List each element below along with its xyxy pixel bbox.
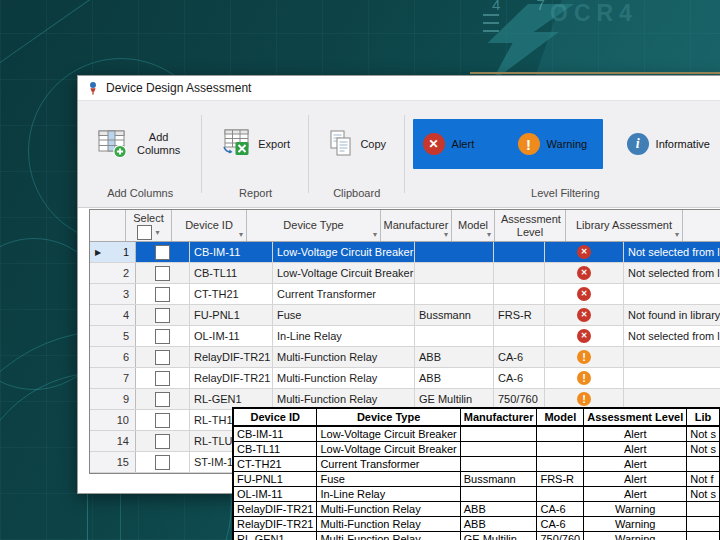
overlay-cell: Bussmann: [460, 472, 537, 487]
model-cell: CA-6: [494, 368, 545, 388]
device-type-cell: Multi-Function Relay: [273, 368, 415, 388]
chevron-down-icon[interactable]: ▾: [373, 230, 377, 239]
overlay-cell: CB-TL11: [233, 442, 317, 457]
ribbon: Add Columns Add Columns: [78, 100, 720, 208]
table-row[interactable]: 6RelayDIF-TR21Multi-Function RelayABBCA-…: [90, 347, 720, 368]
column-header-model[interactable]: Model ▾: [452, 210, 495, 241]
column-header-device-id[interactable]: Device ID ▾: [172, 210, 247, 241]
row-checkbox[interactable]: [155, 455, 170, 470]
select-all-checkbox[interactable]: [137, 225, 152, 240]
export-button[interactable]: Export: [221, 129, 290, 159]
export-label: Export: [258, 138, 290, 151]
select-cell: [136, 347, 190, 367]
row-number-cell: 15: [90, 452, 136, 472]
assessment-level-cell: !: [545, 389, 624, 409]
model-cell: [494, 284, 545, 304]
device-id-cell: CT-TH21: [190, 284, 273, 304]
column-header-select[interactable]: Select ▾: [126, 210, 172, 241]
table-row[interactable]: 2CB-TL11Low-Voltage Circuit Breaker✕Not …: [90, 263, 720, 284]
overlay-cell: ABB: [460, 502, 537, 517]
overlay-row: CB-IM-11Low-Voltage Circuit BreakerAlert…: [233, 426, 720, 442]
table-row[interactable]: 4FU-PNL1FuseBussmannFRS-R✕Not found in l…: [90, 305, 720, 326]
column-header-device-type[interactable]: Device Type ▾: [247, 210, 381, 241]
overlay-cell: Warning: [584, 517, 687, 532]
overlay-cell: ABB: [460, 517, 537, 532]
overlay-row: RelayDIF-TR21Multi-Function RelayABBCA-6…: [233, 517, 720, 532]
ribbon-group-report: Export Report: [202, 101, 309, 207]
device-id-cell: OL-IM-11: [190, 326, 273, 346]
overlay-cell: RL-GEN1: [233, 532, 317, 540]
row-checkbox[interactable]: [155, 266, 170, 281]
table-row[interactable]: 5OL-IM-11In-Line Relay✕Not selected from…: [90, 326, 720, 347]
library-assessment-cell: [624, 347, 720, 367]
chevron-down-icon[interactable]: ▾: [155, 228, 159, 237]
model-cell: FRS-R: [494, 305, 545, 325]
overlay-cell: CA-6: [537, 517, 584, 532]
add-columns-button[interactable]: Add Columns: [97, 129, 184, 159]
row-checkbox[interactable]: [155, 287, 170, 302]
chevron-down-icon[interactable]: ▾: [675, 230, 679, 239]
assessment-level-header-label: Assessment Level: [501, 213, 559, 238]
copy-button[interactable]: Copy: [327, 129, 386, 159]
column-header-clipped[interactable]: [683, 210, 720, 241]
table-row[interactable]: 3CT-TH21Current Transformer✕Input CT: [90, 284, 720, 305]
overlay-header-cell: Assessment Level: [584, 408, 687, 426]
warning-icon: !: [577, 371, 591, 385]
row-checkbox[interactable]: [155, 434, 170, 449]
filter-informative-button[interactable]: i Informative: [617, 119, 720, 169]
filter-warning-button[interactable]: ! Warning: [508, 119, 603, 169]
row-checkbox[interactable]: [155, 245, 170, 260]
row-checkbox[interactable]: [155, 329, 170, 344]
chevron-down-icon[interactable]: ▾: [444, 230, 448, 239]
filter-informative-label: Informative: [656, 138, 710, 150]
overlay-cell: Multi-Function Relay: [317, 517, 460, 532]
background-watermark: OCR4: [550, 0, 638, 27]
device-type-cell: Low-Voltage Circuit Breaker: [273, 242, 415, 262]
row-checkbox[interactable]: [155, 308, 170, 323]
chevron-down-icon[interactable]: ▾: [487, 230, 491, 239]
column-header-manufacturer[interactable]: Manufacturer ▾: [381, 210, 452, 241]
library-assessment-cell: [624, 368, 720, 388]
manufacturer-cell: [415, 242, 494, 262]
overlay-cell: [537, 457, 584, 472]
row-checkbox[interactable]: [155, 392, 170, 407]
model-cell: [494, 263, 545, 283]
assessment-level-cell: ✕: [545, 326, 624, 346]
row-checkbox[interactable]: [155, 413, 170, 428]
column-header-library-assessment[interactable]: Library Assessment ▾: [566, 210, 683, 241]
row-number-cell: 14: [90, 431, 136, 451]
overlay-cell: Not s: [687, 487, 720, 502]
overlay-header-row: Device IDDevice TypeManufacturerModelAss…: [233, 408, 720, 426]
filter-alert-label: Alert: [452, 138, 475, 150]
overlay-cell: Fuse: [317, 472, 460, 487]
column-header-assessment-level[interactable]: Assessment Level: [495, 210, 566, 241]
overlay-row: OL-IM-11In-Line RelayAlertNot s: [233, 487, 720, 502]
row-checkbox[interactable]: [155, 371, 170, 386]
warning-icon: !: [577, 350, 591, 364]
current-row-pointer-icon: ▶: [95, 248, 101, 257]
overlay-cell: Warning: [584, 532, 687, 540]
row-number-cell: 2: [90, 263, 136, 283]
row-checkbox[interactable]: [155, 350, 170, 365]
overlay-cell: FRS-R: [537, 472, 584, 487]
title-bar[interactable]: Device Design Assessment: [78, 76, 720, 100]
overlay-header-cell: Device Type: [317, 408, 460, 426]
manufacturer-cell: [415, 284, 494, 304]
warning-icon: !: [518, 133, 540, 155]
select-cell: [136, 368, 190, 388]
overlay-header-cell: Manufacturer: [460, 408, 537, 426]
table-row[interactable]: ▶1CB-IM-11Low-Voltage Circuit Breaker✕No…: [90, 242, 720, 263]
chevron-down-icon[interactable]: ▾: [239, 230, 243, 239]
overlay-cell: [537, 426, 584, 442]
overlay-cell: Current Transformer: [317, 457, 460, 472]
desktop-background: OCR4 4 7 Device Design Assessment: [0, 0, 720, 540]
overlay-cell: Multi-Function Relay: [317, 502, 460, 517]
add-columns-icon: [97, 129, 129, 159]
overlay-cell: CB-IM-11: [233, 426, 317, 442]
filter-alert-button[interactable]: ✕ Alert: [413, 119, 508, 169]
model-cell: [494, 326, 545, 346]
table-row[interactable]: 7RelayDIF-TR21Multi-Function RelayABBCA-…: [90, 368, 720, 389]
overlay-cell: Alert: [584, 487, 687, 502]
overlay-header-cell: Lib: [687, 408, 720, 426]
ribbon-group-level-filtering: ✕ Alert ! Warning i Informative: [405, 101, 720, 207]
